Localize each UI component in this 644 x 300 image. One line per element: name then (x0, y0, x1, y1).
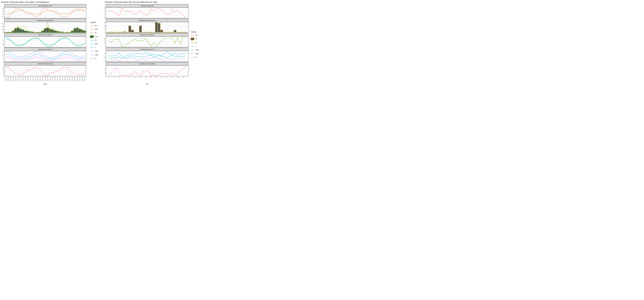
x-tick-label: 2024-12 (62, 77, 63, 81)
left-chart-title: Estación Portezuelo datos mensuales y cl… (1, 1, 49, 3)
y-tick-label: 10 (104, 68, 105, 70)
bar (134, 32, 136, 32)
x-tick-label: 15 (145, 77, 146, 78)
bar (107, 32, 110, 32)
facet-panel: Precipitación Acumulada [mm]051015 (104, 19, 188, 33)
y-tick-label: 0 (3, 61, 4, 62)
facet-strip-label: Precipitación Acumulada [mm] (36, 20, 54, 21)
bar (115, 32, 118, 32)
y-tick-label: 10 (2, 67, 4, 68)
y-tick-label: 90 (2, 8, 4, 9)
x-tick-label: 2023-06 (18, 77, 19, 81)
bar (22, 30, 24, 33)
x-tick-label: 5 (119, 77, 120, 78)
facet-strip-label: Temperatura del aire [°C] (140, 49, 154, 50)
facet-strip-label: Temperatura del aire [°C] (38, 49, 52, 50)
bar (52, 30, 54, 33)
x-tick-label: 2024-01 (35, 77, 36, 81)
bar (152, 32, 155, 32)
facet-panel: Velocidad de Viento [km/h]51013579111315… (104, 62, 188, 78)
right-chart-september-daily: Humedad Relativa [%]60708090Precipitació… (104, 4, 188, 78)
x-tick-label: 17 (150, 77, 152, 78)
bar (84, 31, 86, 32)
y-tick-label: 80 (104, 11, 105, 12)
x-tick-label: 2024-03 (40, 77, 41, 81)
x-tick-label: 29 (182, 77, 184, 78)
x-tick-label: 11 (134, 77, 136, 78)
y-tick-label: 8 (3, 69, 4, 70)
legend-entry-label: TMAX (95, 50, 98, 52)
x-tick-label: 2023-02 (8, 77, 9, 81)
x-tick-label: 2024-08 (52, 77, 53, 81)
x-tick-label: 2023-01 (5, 77, 6, 81)
x-tick-label: 27 (177, 77, 178, 78)
legend-entry-label: T (95, 47, 96, 48)
bar (113, 32, 115, 32)
y-tick-label: 70 (2, 12, 4, 13)
x-tick-label: 2024-02 (37, 77, 38, 81)
weather-dashboard: Estación Portezuelo datos mensuales y cl… (0, 0, 202, 85)
legend-entry-label: TMIN (196, 53, 199, 54)
bar (118, 32, 120, 32)
bar (168, 32, 171, 32)
bar (126, 32, 128, 32)
x-tick-label: 2025-01 (64, 77, 66, 81)
facet-panel: Radiación Solar [MJ/m2]1020 (2, 33, 86, 47)
bar (182, 32, 184, 32)
x-tick-label: 7 (124, 77, 125, 78)
x-tick-label: 2024-11 (59, 77, 60, 81)
facet-strip-label: Velocidad de Viento [km/h] (140, 63, 155, 65)
bar (129, 26, 131, 32)
y-tick-label: 90 (104, 7, 105, 9)
charts-canvas: Estación Portezuelo datos mensuales y cl… (0, 0, 202, 85)
legend-entry-label: VV (196, 57, 197, 58)
y-tick-label: 15 (104, 41, 105, 42)
x-tick-label: 2024-06 (47, 77, 48, 81)
x-tick-label: 23 (166, 77, 168, 78)
x-tick-label: 2023-03 (10, 77, 11, 81)
x-tick-label: 2023-11 (30, 77, 31, 81)
bar (76, 28, 78, 33)
x-tick-label: 2023-05 (15, 77, 16, 81)
bar (142, 32, 144, 32)
right-x-axis-title: días (146, 83, 148, 85)
x-tick-label: 2025-07 (79, 77, 80, 81)
y-tick-label: 10 (2, 44, 4, 45)
legend-entry-label: RS (196, 42, 197, 43)
y-tick-label: 4 (3, 73, 4, 74)
bar (184, 32, 187, 32)
y-tick-label: 20 (2, 54, 4, 56)
y-tick-label: 0 (3, 32, 4, 33)
y-tick-label: 6 (3, 71, 4, 72)
bar (139, 26, 142, 32)
x-tick-label: 3 (114, 77, 114, 78)
y-tick-label: 2 (3, 75, 4, 76)
y-tick-label: 60 (104, 17, 105, 18)
y-tick-label: 10 (104, 43, 105, 45)
x-tick-label: 21 (161, 77, 162, 78)
x-tick-label: 2023-08 (22, 77, 24, 81)
bar (19, 29, 22, 33)
y-tick-label: 50 (2, 16, 4, 18)
y-tick-label: 60 (2, 14, 4, 15)
bar (179, 32, 182, 32)
x-tick-label: 1 (108, 77, 109, 78)
y-tick-label: 20 (104, 38, 105, 40)
y-tick-label: 5 (104, 46, 105, 47)
x-tick-label: 2024-10 (57, 77, 58, 81)
bar (163, 32, 166, 32)
bar (176, 32, 179, 32)
y-tick-label: 30 (2, 51, 4, 53)
y-tick-label: 15 (104, 22, 105, 24)
y-tick-label: 5 (104, 72, 105, 73)
bar (24, 31, 26, 32)
bar (174, 30, 176, 32)
legend-entry-label: RSN (95, 43, 98, 45)
bar (121, 32, 123, 32)
bar (123, 32, 126, 32)
bar (166, 32, 168, 32)
bar (131, 30, 134, 32)
y-tick-label: 70 (104, 14, 105, 15)
bar (160, 30, 163, 32)
legend-entry-label: PP (196, 38, 197, 40)
